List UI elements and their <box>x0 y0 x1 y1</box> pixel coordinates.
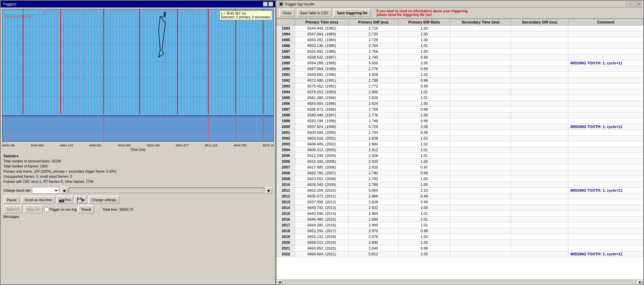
cell-primary-time: 6620.760, (2007) <box>295 170 348 176</box>
table-row: 20126635.072, (2011)2.8680.49 <box>277 193 643 199</box>
right-close-button[interactable]: X <box>637 2 641 6</box>
table-row: 20066615.160, (2005)2.9201.00 <box>277 159 643 164</box>
cell-row-num: 2011 <box>277 188 295 193</box>
change-settings-button[interactable]: Change settings <box>88 196 120 204</box>
table-row: 19866553.136, (1985)2.7441.01 <box>277 43 643 49</box>
save-table-button[interactable]: Save table to CSV <box>297 9 332 17</box>
cell-comment <box>568 211 643 217</box>
cell-ratio: 0.97 <box>398 164 450 170</box>
scroll-bar-mini[interactable] <box>69 188 264 193</box>
cell-primary-diff: 2.776 <box>348 112 398 118</box>
cell-ratio: 1.01 <box>398 211 450 217</box>
cell-sec-diff <box>511 112 568 118</box>
cell-comment <box>568 101 643 107</box>
scroll-left-button[interactable]: ◀ <box>61 187 67 194</box>
trigger-log-table: Primary Time (ms) Primary Diff (ms) Prim… <box>277 19 643 257</box>
start-v3-button[interactable]: Start V3 <box>3 205 22 213</box>
cell-row-num: 1996 <box>277 101 295 107</box>
cell-primary-time: 6564.288, (1988) <box>295 60 348 66</box>
cell-sec-diff <box>511 118 568 124</box>
chart-area: 2 Primary trigger(12375) ★ ⊕ Spark Event… <box>2 9 274 142</box>
cell-sec-diff <box>511 193 568 199</box>
baud-select[interactable] <box>32 187 59 194</box>
save-data-button[interactable]: 💾 ▶ <box>75 196 87 204</box>
cell-comment <box>568 176 643 182</box>
cell-row-num: 1993 <box>277 83 295 89</box>
cell-sec-time <box>450 130 511 136</box>
table-row: 19906567.064, (1989)2.7760.49 <box>277 66 643 72</box>
cell-primary-diff: 2.820 <box>348 164 398 170</box>
cell-primary-time: 6658.012, (2019) <box>295 240 348 246</box>
trigger-checkbox[interactable] <box>44 207 49 212</box>
table-row: 19956581.080, (1994)2.8281.01 <box>277 95 643 101</box>
col-header-ratio: Primary Diff Ratio <box>398 19 450 26</box>
minimize-button[interactable]: ─ <box>626 2 630 6</box>
save-icon: 💾 <box>77 197 82 203</box>
cell-sec-time <box>450 193 511 199</box>
cell-ratio: 1.00 <box>398 234 450 240</box>
table-row: 19856550.392, (1984)2.7281.00 <box>277 37 643 43</box>
cell-sec-diff <box>511 78 568 83</box>
cell-primary-diff: 2.876 <box>348 234 398 240</box>
save-arrow: ▶ <box>82 198 85 202</box>
cell-comment <box>568 153 643 159</box>
save-triggerlog-button[interactable]: Save triggerlog file <box>333 9 371 17</box>
cell-row-num: 1988 <box>277 54 295 60</box>
close-button-right[interactable]: Close <box>279 9 295 17</box>
cell-sec-diff <box>511 240 568 246</box>
cell-sec-diff <box>511 153 568 159</box>
h-scrollbar[interactable] <box>283 280 637 285</box>
cell-row-num: 1992 <box>277 78 295 83</box>
table-row: 20036606.400, (2002)2.8841.02 <box>277 141 643 147</box>
result-button[interactable]: Result <box>78 205 94 213</box>
cell-primary-time: 6632.204, (2010) <box>295 188 348 193</box>
cell-comment <box>568 170 643 176</box>
cell-row-num: 2015 <box>277 211 295 217</box>
messages-row: Messages: <box>1 214 275 219</box>
help-button[interactable]: ? <box>263 2 268 6</box>
table-row: 20196655.132, (2018)2.8761.00 <box>277 234 643 240</box>
cell-ratio: 1.01 <box>398 222 450 228</box>
scroll-realtime-button[interactable]: Scroll as real-time <box>21 196 55 204</box>
table-row: 19896564.288, (1988)5.6562.06MISSING TOO… <box>277 60 643 66</box>
scroll-right-button[interactable]: ▶ <box>266 187 272 194</box>
h-scroll-left[interactable]: ◀ <box>277 280 283 285</box>
cell-primary-time: 6646.480, (2015) <box>295 217 348 222</box>
cell-row-num: 2005 <box>277 153 295 159</box>
cell-comment <box>568 240 643 246</box>
left-panel: Triggers ? X <box>0 0 276 285</box>
maximize-button[interactable]: □ <box>631 2 636 6</box>
cell-sec-time <box>450 228 511 234</box>
h-scroll-right[interactable]: ▶ <box>637 280 643 285</box>
save-image-button[interactable]: 📷 PNG <box>57 196 73 204</box>
table-container[interactable]: Primary Time (ms) Primary Diff (ms) Prim… <box>277 19 643 280</box>
chart-svg: 2 <box>2 9 273 141</box>
cell-row-num: 1991 <box>277 72 295 78</box>
cell-ratio: 1.00 <box>398 205 450 211</box>
col-header-sec-time: Secondary Time (ms) <box>450 19 511 26</box>
cell-row-num: 1990 <box>277 66 295 72</box>
cell-sec-time <box>450 222 511 228</box>
cell-row-num: 1997 <box>277 107 295 112</box>
close-button[interactable]: X <box>268 2 273 6</box>
trigger-checkbox-text: Trigger on sec.trig <box>49 208 77 211</box>
cell-sec-time <box>450 49 511 54</box>
baud-rate-row: Change baud rate ◀ ▶ <box>1 186 275 195</box>
cell-sec-diff <box>511 182 568 188</box>
cell-row-num: 2017 <box>277 222 295 228</box>
cell-sec-time <box>450 246 511 251</box>
stop-v3-button[interactable]: Stop V3 <box>24 205 43 213</box>
pause-button[interactable]: Pause <box>3 196 20 204</box>
cell-sec-time <box>450 240 511 246</box>
cell-sec-time <box>450 37 511 43</box>
cell-row-num: 1994 <box>277 89 295 95</box>
cell-sec-diff <box>511 159 568 164</box>
stats-line-3: Unsupported frames: 0, small sized frame… <box>3 174 272 179</box>
table-row: 20186652.256, (2017)2.8760.99 <box>277 228 643 234</box>
cell-primary-time: 6583.904, (1995) <box>295 101 348 107</box>
table-row: 20216660.852, (2020)2.8400.99 <box>277 246 643 251</box>
cell-ratio: 1.00 <box>398 176 450 182</box>
cell-primary-diff: 5.812 <box>348 251 398 257</box>
trigger-checkbox-label[interactable]: Trigger on sec.trig <box>44 207 77 212</box>
cell-row-num: 2009 <box>277 176 295 182</box>
